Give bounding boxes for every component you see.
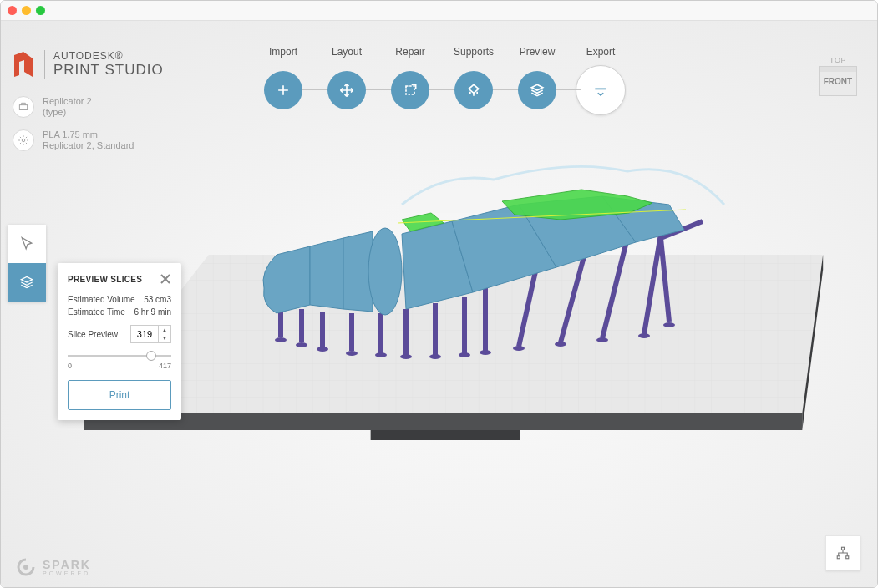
printer-name: Replicator 2	[43, 96, 92, 107]
slice-slider-thumb[interactable]	[146, 351, 156, 361]
printer-type: (type)	[43, 107, 92, 118]
svg-point-10	[400, 354, 412, 359]
window-titlebar	[1, 1, 877, 21]
svg-point-18	[663, 322, 675, 327]
svg-point-13	[480, 350, 491, 355]
close-icon	[160, 273, 171, 285]
hierarchy-icon	[835, 545, 850, 560]
preview-slices-panel: PREVIEW SLICES Estimated Volume 53 cm3 E…	[58, 263, 181, 420]
svg-point-12	[459, 352, 470, 357]
est-vol-value: 53 cm3	[144, 295, 171, 304]
spark-line2: POWERED	[43, 570, 91, 576]
layers-icon	[518, 71, 556, 109]
svg-rect-4	[371, 430, 520, 440]
step-layout[interactable]: Layout	[315, 46, 378, 109]
select-tool[interactable]	[8, 225, 46, 263]
material-selector[interactable]: PLA 1.75 mm Replicator 2, Standard	[13, 129, 134, 151]
svg-rect-24	[406, 86, 414, 94]
svg-rect-27	[837, 556, 840, 559]
step-export[interactable]: Export	[569, 46, 632, 115]
slice-slider[interactable]	[68, 355, 171, 357]
view-cube[interactable]: TOP FRONT	[819, 56, 857, 96]
brand-line2: PRINT STUDIO	[53, 62, 164, 79]
close-panel-button[interactable]	[160, 273, 171, 285]
material-name: PLA 1.75 mm	[43, 129, 134, 140]
app-brand: AUTODESK® PRINT STUDIO	[13, 50, 164, 79]
svg-point-11	[429, 354, 441, 359]
gear-icon	[13, 129, 34, 151]
svg-point-25	[23, 565, 28, 570]
viewcube-top-label: TOP	[830, 56, 846, 64]
svg-marker-1	[84, 255, 823, 413]
svg-rect-28	[846, 556, 849, 559]
step-repair[interactable]: Repair	[378, 46, 442, 109]
slice-down-button[interactable]: ▼	[159, 334, 170, 342]
est-time-value: 6 hr 9 min	[134, 307, 171, 317]
maximize-window-button[interactable]	[36, 6, 45, 15]
svg-rect-22	[19, 105, 27, 110]
step-supports[interactable]: Supports	[442, 46, 505, 109]
step-import[interactable]: Import	[251, 46, 315, 109]
svg-marker-20	[402, 213, 444, 231]
svg-rect-26	[842, 547, 845, 550]
slider-max: 417	[159, 362, 171, 370]
svg-marker-2	[84, 413, 802, 430]
svg-point-8	[346, 351, 358, 356]
est-time-label: Estimated Time	[68, 307, 125, 317]
move-icon	[327, 71, 366, 109]
plus-icon	[264, 71, 302, 109]
slice-preview-label: Slice Preview	[68, 330, 118, 339]
cursor-icon	[18, 236, 35, 252]
svg-marker-0	[84, 255, 823, 413]
minimize-window-button[interactable]	[22, 6, 31, 15]
layers-icon	[18, 274, 35, 291]
svg-point-6	[296, 342, 307, 347]
svg-point-14	[513, 346, 525, 351]
svg-point-7	[317, 347, 328, 352]
spark-line1: SPARK	[43, 559, 91, 570]
supports-icon	[454, 71, 493, 109]
tool-rail	[8, 225, 46, 302]
export-icon	[576, 65, 626, 115]
print-button[interactable]: Print	[68, 380, 171, 410]
svg-point-9	[375, 352, 387, 357]
slice-value-input[interactable]	[131, 326, 158, 342]
model-3d	[235, 155, 728, 372]
slice-preview-tool[interactable]	[8, 263, 46, 302]
close-window-button[interactable]	[8, 6, 17, 15]
slice-up-button[interactable]: ▲	[159, 326, 170, 334]
scene-hierarchy-button[interactable]	[825, 535, 860, 570]
printer-icon	[13, 96, 34, 118]
workflow-steps: Import Layout Repair Supports Preview	[251, 46, 632, 115]
slice-spinner: ▲ ▼	[130, 325, 171, 343]
viewcube-front-face[interactable]: FRONT	[819, 66, 857, 96]
panel-title: PREVIEW SLICES	[68, 275, 142, 284]
svg-point-19	[368, 228, 402, 315]
repair-icon	[391, 71, 429, 109]
svg-marker-3	[802, 255, 823, 430]
spark-badge: SPARK POWERED	[16, 557, 91, 577]
app-window: AUTODESK® PRINT STUDIO Replicator 2 (typ…	[0, 0, 878, 588]
app-body: AUTODESK® PRINT STUDIO Replicator 2 (typ…	[1, 21, 877, 587]
svg-point-16	[596, 337, 608, 342]
svg-point-17	[638, 333, 650, 338]
est-vol-label: Estimated Volume	[68, 295, 135, 304]
svg-point-5	[275, 337, 287, 342]
spark-icon	[16, 557, 36, 577]
brand-line1: AUTODESK®	[53, 50, 164, 62]
autodesk-logo-icon	[13, 50, 34, 79]
svg-point-23	[22, 139, 25, 142]
printer-selector[interactable]: Replicator 2 (type)	[13, 96, 92, 118]
slider-min: 0	[68, 362, 72, 370]
svg-marker-21	[502, 190, 652, 220]
step-preview[interactable]: Preview	[505, 46, 569, 109]
profile-name: Replicator 2, Standard	[43, 140, 134, 151]
svg-point-15	[555, 342, 566, 347]
